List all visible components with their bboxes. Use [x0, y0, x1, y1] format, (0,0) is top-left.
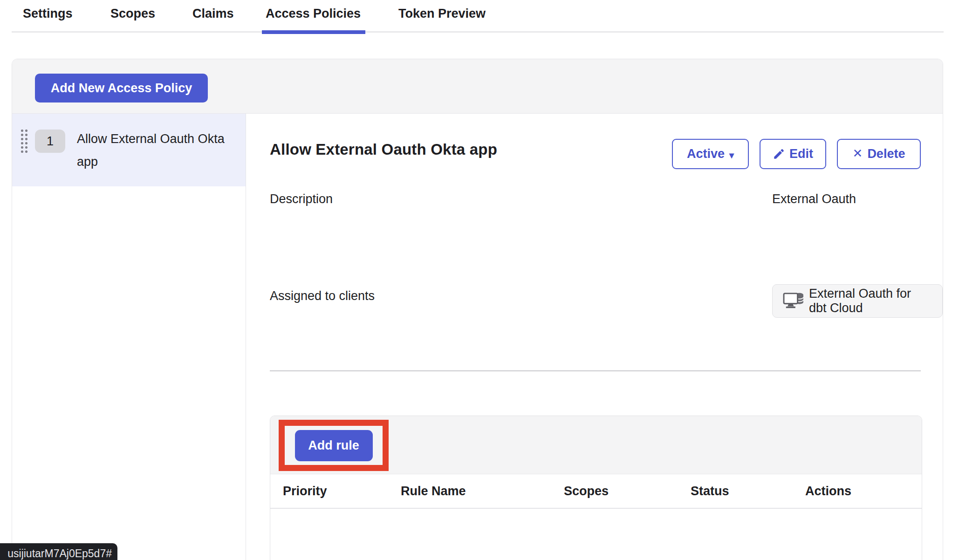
column-header-rule-name: Rule Name	[401, 484, 564, 499]
assigned-clients-label: Assigned to clients	[270, 289, 375, 303]
caret-down-icon: ▾	[729, 150, 734, 161]
policy-list-item[interactable]: 1 Allow External Oauth Okta app	[12, 114, 246, 186]
client-app-icon	[783, 292, 804, 310]
card-toolbar: Add New Access Policy	[12, 59, 943, 114]
add-rule-button[interactable]: Add rule	[295, 430, 373, 461]
rules-table-header: Priority Rule Name Scopes Status Actions	[270, 474, 922, 509]
tab-settings[interactable]: Settings	[23, 7, 73, 33]
column-header-status: Status	[691, 484, 805, 499]
section-divider	[270, 370, 921, 371]
column-header-priority: Priority	[283, 484, 401, 499]
policy-name: Allow External Oauth Okta app	[77, 128, 226, 173]
tab-token-preview[interactable]: Token Preview	[398, 7, 486, 33]
column-header-actions: Actions	[805, 484, 922, 499]
edit-button-label: Edit	[789, 147, 813, 161]
description-label: Description	[270, 192, 333, 206]
active-status-label: Active	[687, 147, 725, 161]
rules-table-empty-body	[270, 510, 922, 560]
active-status-dropdown[interactable]: Active ▾	[672, 139, 749, 169]
column-header-scopes: Scopes	[564, 484, 691, 499]
rules-toolbar: Add rule	[270, 416, 922, 474]
edit-button[interactable]: Edit	[760, 139, 826, 169]
tab-scopes[interactable]: Scopes	[110, 7, 155, 33]
tab-claims[interactable]: Claims	[192, 7, 234, 33]
client-chip[interactable]: External Oauth for dbt Cloud	[772, 284, 943, 318]
delete-button[interactable]: ✕ Delete	[837, 139, 921, 169]
tab-access-policies[interactable]: Access Policies	[266, 7, 361, 33]
policy-title: Allow External Oauth Okta app	[270, 141, 497, 158]
tab-bar: Settings Scopes Claims Access Policies T…	[12, 0, 944, 33]
pencil-icon	[773, 148, 785, 160]
priority-badge: 1	[35, 130, 65, 153]
add-new-access-policy-button[interactable]: Add New Access Policy	[35, 74, 208, 102]
link-preview-tooltip: usijiutarM7Aj0Ep5d7#	[0, 543, 117, 560]
highlight-box-annotation: Add rule	[279, 420, 389, 471]
description-value: External Oauth	[772, 192, 856, 206]
client-chip-label: External Oauth for dbt Cloud	[809, 287, 932, 315]
policy-detail-panel: Allow External Oauth Okta app Active ▾ E…	[247, 114, 943, 560]
rules-panel: Add rule Priority Rule Name Scopes Statu…	[270, 416, 922, 560]
drag-handle-icon[interactable]	[20, 129, 28, 154]
x-icon: ✕	[853, 146, 863, 161]
delete-button-label: Delete	[867, 147, 905, 161]
access-policies-card: Add New Access Policy 1 Allow External O…	[12, 59, 943, 560]
policy-sidebar: 1 Allow External Oauth Okta app	[12, 114, 246, 560]
